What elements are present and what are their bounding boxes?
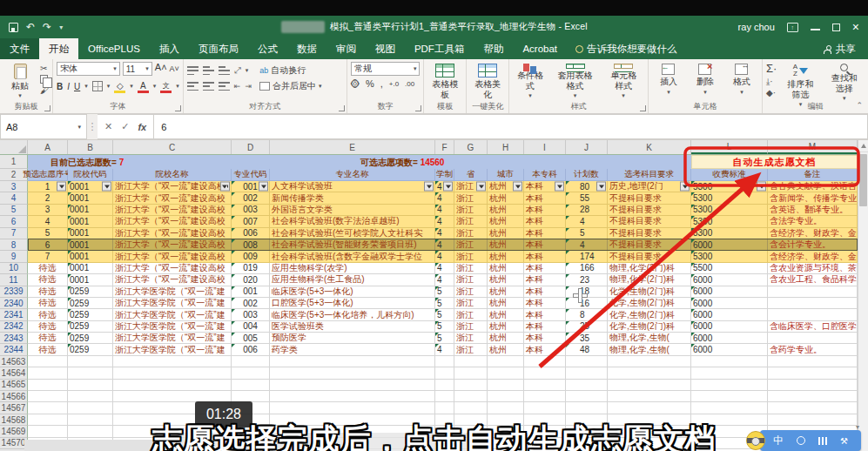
cell[interactable]: 0259 (68, 333, 113, 344)
cell[interactable]: 浙江 (454, 333, 488, 344)
table-beautify-button[interactable]: 表格美化 (470, 62, 505, 101)
cell[interactable]: 浙江 (454, 274, 488, 286)
name-box[interactable]: A8 ▾ (0, 114, 87, 139)
cell[interactable] (768, 367, 858, 379)
cell[interactable]: 007 (232, 216, 270, 227)
column-header-K[interactable]: K (608, 140, 691, 154)
cell[interactable]: 005 (232, 333, 270, 344)
cell[interactable]: 含农业资源与环境、茶学、 (768, 263, 858, 274)
cell[interactable]: 杭州 (488, 274, 524, 286)
row-header-10[interactable]: 10 (0, 263, 28, 274)
field-header-0[interactable]: 预选志愿序号 (28, 169, 68, 181)
cell[interactable]: 4 (435, 181, 454, 192)
cell[interactable]: 0001 (68, 274, 113, 286)
tab-file[interactable]: 文件 (0, 38, 39, 59)
row-header-14568[interactable]: 14568 (0, 414, 28, 426)
cell[interactable]: 本科 (524, 205, 566, 216)
cell[interactable]: 浙江大学（“双一流”建设高校 (113, 251, 232, 262)
tab-开始[interactable]: 开始 (39, 38, 78, 59)
row-header-2344[interactable]: 2344 (0, 344, 28, 355)
ribbon-display-options-icon[interactable]: ↑ (787, 23, 798, 32)
alignment-dialog-launcher[interactable] (339, 105, 345, 111)
cell-dropdown-icon[interactable] (476, 182, 486, 192)
cell[interactable] (435, 356, 454, 367)
cell[interactable]: 浙江大学（“双一流”建设高校 (113, 228, 232, 239)
increase-decimal-icon[interactable]: +.0 (389, 80, 399, 88)
merge-center-button[interactable]: 合并后居中▾ (259, 80, 322, 92)
cell[interactable] (232, 367, 270, 379)
cell[interactable] (28, 367, 68, 379)
row-header-14565[interactable]: 14565 (0, 380, 28, 391)
cell[interactable] (28, 402, 68, 414)
cell-dropdown-icon[interactable] (680, 182, 690, 192)
cell[interactable]: 临床医学(5+3一体化) (270, 286, 435, 298)
cell-dropdown-icon[interactable] (757, 182, 766, 192)
row-header-2341[interactable]: 2341 (0, 309, 28, 320)
cell[interactable]: 不提科目要求 (608, 239, 691, 251)
cell[interactable]: 浙江 (454, 263, 488, 274)
tab-页面布局[interactable]: 页面布局 (189, 38, 248, 59)
cell[interactable] (488, 380, 524, 391)
cell[interactable]: 48 (566, 344, 608, 355)
cell[interactable] (232, 356, 270, 367)
cell[interactable] (524, 356, 566, 367)
cell[interactable]: 不提科目要求 (608, 216, 691, 227)
row-header-9[interactable]: 9 (0, 251, 28, 262)
phonetic-icon[interactable]: 文 (160, 81, 172, 92)
cell[interactable]: 浙江 (454, 192, 488, 204)
clipboard-dialog-launcher[interactable] (44, 105, 50, 111)
field-header-1[interactable]: 院校代码 (68, 169, 113, 181)
cell[interactable]: 006 (232, 228, 270, 239)
cell[interactable]: 本科 (524, 298, 566, 309)
row-header-2342[interactable]: 2342 (0, 321, 28, 333)
cell[interactable]: 含经济学、财政学、金融学 (768, 228, 858, 239)
column-header-C[interactable]: C (113, 140, 232, 154)
cell[interactable] (270, 402, 435, 414)
cell[interactable] (270, 380, 435, 391)
field-header-4[interactable]: 专业名称 (270, 169, 435, 181)
cell[interactable]: 浙江大学医学院（“双一流”建 (113, 344, 232, 355)
cell[interactable]: 社会科学试验班(数字法治卓越班) (270, 216, 435, 227)
cell[interactable]: 5 (28, 228, 68, 239)
field-header-9[interactable]: 计划数 (566, 169, 608, 181)
cell[interactable]: 3 (28, 205, 68, 216)
cell[interactable]: 0001 (68, 205, 113, 216)
cell[interactable] (524, 402, 566, 414)
cell[interactable] (28, 426, 68, 437)
cell-dropdown-icon[interactable] (57, 182, 66, 192)
cell[interactable]: 不提科目要求 (608, 205, 691, 216)
cell[interactable]: 6000 (691, 274, 768, 286)
cell[interactable]: 浙江大学（“双一流”建设高校 (113, 192, 232, 204)
tab-视图[interactable]: 视图 (366, 38, 405, 59)
cell[interactable]: 预防医学 (270, 333, 435, 344)
cell[interactable]: 含法学专业。 (768, 216, 858, 227)
number-dialog-launcher[interactable] (415, 105, 421, 111)
column-header-L[interactable]: L (691, 140, 768, 154)
cell[interactable]: 浙江大学医学院（“双一流”建 (113, 333, 232, 344)
cell[interactable] (691, 391, 768, 402)
cell[interactable] (488, 367, 524, 379)
number-format-select[interactable]: 常规▾ (351, 62, 421, 76)
cell[interactable]: 杭州 (488, 205, 524, 216)
cell[interactable] (768, 380, 858, 391)
cell[interactable] (454, 367, 488, 379)
cell[interactable]: 008 (232, 239, 270, 251)
cell[interactable]: 浙江大学医学院（“双一流”建 (113, 298, 232, 309)
cell[interactable] (28, 356, 68, 367)
cell[interactable] (68, 367, 113, 379)
cell[interactable]: 浙江 (454, 309, 488, 320)
field-header-6[interactable]: 省 (454, 169, 488, 181)
cell[interactable]: 应用生物科学(生工食品) (270, 274, 435, 286)
cell[interactable] (488, 391, 524, 402)
cell[interactable]: 待选 (28, 263, 68, 274)
cell[interactable] (608, 402, 691, 414)
cell[interactable]: 0259 (68, 309, 113, 320)
clear-icon[interactable]: ◆· (766, 88, 777, 98)
cell-styles-button[interactable]: 单元格样式 ▾ (602, 62, 644, 101)
cell[interactable]: 002 (232, 192, 270, 204)
cell[interactable]: 0001 (68, 228, 113, 239)
font-color-icon[interactable]: A (138, 81, 149, 92)
cell[interactable] (524, 380, 566, 391)
cell[interactable] (28, 414, 68, 426)
cell[interactable] (270, 391, 435, 402)
